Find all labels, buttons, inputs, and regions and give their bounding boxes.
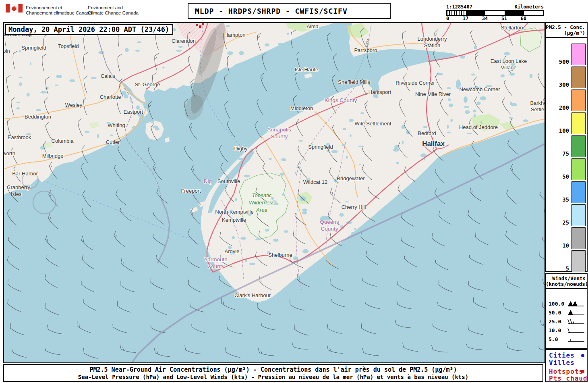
scale-bar [446, 11, 544, 16]
wind-speed-label: 10.0 [549, 327, 561, 333]
wind-speed-label: 5.0 [549, 336, 558, 342]
hotspot-square-icon [581, 370, 585, 374]
map-label-east-loon-lake: East Loon Lake [491, 58, 527, 64]
pm25-swatch-100 [571, 112, 586, 134]
map-label-cherry-hill: Cherry Hill [342, 204, 366, 210]
wind-row-50.0: 50.0 [546, 310, 587, 317]
hotspots-label-fr: Pts chauds [549, 375, 588, 382]
header: Environnement et Changement climatique C… [0, 0, 588, 22]
map-label-parrsboro: Parrsboro [354, 47, 377, 53]
map-canvas: 1024 attawamkeagSpringfieldTopsfieldolnC… [4, 23, 545, 362]
org-name-english: Environment and Climate Change Canada [88, 5, 139, 16]
scale-tick: 51 [501, 16, 507, 21]
pm25-swatch-35 [571, 181, 586, 203]
map-label-wilderness: Wilderness [249, 200, 275, 206]
map-label-springfield: Springfield [21, 45, 46, 51]
pm25-legend: PM2.5 - Conc. (µg/m³) 500300200100755035… [545, 22, 588, 272]
map-label-clark-s-harbour: Clark's Harbour [234, 292, 271, 298]
map-label-clarendon: Clarendon [172, 38, 196, 44]
map-label-isle-haute: Isle Haute [295, 67, 319, 73]
wind-speed-label: 25.0 [549, 318, 561, 325]
map-label-charlotte: Charlotte [100, 94, 121, 100]
winds-legend-title: Winds/Vents (knots/noeuds) [546, 274, 587, 287]
org-name-french: Environnement et Changement climatique C… [26, 5, 92, 16]
pm25-value-300: 300 [553, 81, 569, 88]
map-label-yarmouth: Yarmouth [204, 256, 228, 262]
map-label-settlem: Settlem [531, 106, 545, 112]
scale-ratio: 1:1285407 [446, 4, 472, 10]
pm25-swatch-500 [571, 44, 586, 65]
pm25-swatch-25 [571, 204, 586, 226]
scale-tick-labels: 017345168 [446, 16, 544, 21]
pm25-value-75: 75 [553, 150, 569, 157]
map-label-area: Area [256, 207, 267, 213]
product-title-box: MLDP - HRDPS/SHRPD - CWFIS/SCIFV [188, 3, 391, 19]
map-label-stellarton: Stellarton [501, 25, 523, 31]
map-label-village: Village [501, 65, 517, 71]
map-label-middleton: Middleton [290, 105, 313, 111]
wind-speed-label: 50.0 [549, 310, 561, 316]
map-label-head-of-jeddore: Head of Jeddore [459, 124, 498, 130]
map-label-hantsport: Hantsport [369, 89, 391, 95]
map-label-isles: Isles [11, 191, 22, 197]
map-label-newcomb-corner: Newcomb Corner [459, 86, 500, 92]
caption-line1: PM2.5 Near-Ground Air Concentrations (µg… [4, 366, 542, 373]
pm25-value-200: 200 [553, 104, 569, 111]
pm25-swatch-75 [571, 135, 586, 157]
caption-box: PM2.5 Near-Ground Air Concentrations (µg… [3, 364, 543, 382]
pm25-legend-title: PM2.5 - Conc. (µg/m³) [546, 23, 587, 36]
map-label-whiting: Whiting [108, 122, 125, 128]
map-label-shelburne: Shelburne [268, 252, 292, 258]
map-label-queens: Queens [320, 219, 339, 225]
pm25-swatch-10 [571, 227, 586, 249]
wind-row-10.0: 10.0 [546, 327, 587, 335]
map-label-nine-mile-river: Nine Mile River [415, 91, 451, 97]
map-label-worth: worth [4, 150, 15, 156]
map-label-annapolis: Annapolis [267, 127, 291, 133]
pm25-value-25: 25 [553, 219, 569, 226]
map-label-halifax: Halifax [422, 140, 445, 148]
map-panel: Monday, 20 April 2026 22:00 ADT (23/46) … [3, 22, 545, 363]
map-label-bar-harbor: Bar Harbor [12, 171, 38, 177]
map-label-kings-county: Kings County [325, 97, 357, 103]
pm25-swatch-200 [571, 90, 586, 111]
city-dot-icon [581, 354, 585, 358]
canada-flag-icon [6, 4, 23, 12]
map-label-st-george: St. George [135, 81, 160, 87]
map-label-tobeatic: Tobeatic [252, 192, 272, 198]
map-label-bridgewater: Bridgewater [337, 175, 365, 181]
map-label-calais: Calais [101, 73, 116, 79]
map-label-argyle: Argyle [225, 248, 240, 254]
map-label-sheffield-mills: Sheffield Mills [338, 79, 370, 85]
pm25-value-5: 5 [553, 265, 569, 272]
map-label-cranberry: Cranberry [7, 184, 30, 190]
map-label-beddington: Beddington [25, 114, 51, 120]
pm25-value-10: 10 [553, 242, 569, 249]
map-label-freeport: Freeport [181, 188, 201, 194]
wind-row-25.0: 25.0 [546, 318, 587, 326]
map-label-county: County [271, 133, 288, 139]
map-label-topsfield: Topsfield [58, 43, 79, 49]
wind-barb-icon-full2half [567, 318, 585, 325]
map-label-eastport: Eastport [124, 109, 143, 115]
pm25-value-50: 50 [553, 173, 569, 180]
pm25-value-500: 500 [553, 58, 569, 65]
pm25-value-100: 100 [553, 127, 569, 134]
map-label-springfield: Springfield [308, 144, 333, 150]
scale-tick: 17 [463, 16, 468, 21]
cities-label-en: Cities [549, 352, 575, 359]
map-label-columbia: Columbia [52, 138, 74, 144]
map-label-digby: Digby [234, 146, 248, 152]
cities-label-fr: Villes [549, 359, 575, 366]
winds-legend: Winds/Vents (knots/noeuds) 100.050.025.0… [545, 273, 588, 349]
markers-legend: Cities Villes Hotspots Pts chauds [545, 349, 588, 382]
map-label-wildcat-12: Wildcat 12 [303, 179, 328, 185]
wind-speed-label: 100.0 [549, 301, 564, 307]
scale-tick: 34 [482, 16, 488, 21]
pm25-swatch-300 [571, 67, 586, 88]
caption-line2: Sea-Level Pressure (hPa) and Low-Level W… [4, 374, 542, 380]
map-label-eastbrook: Eastbrook [8, 134, 31, 140]
timestamp-box: Monday, 20 April 2026 22:00 ADT (23/46) [5, 24, 173, 35]
map-scale: 1:1285407 Kilometers 017345168 [446, 4, 544, 21]
scale-tick: 0 [446, 16, 449, 21]
